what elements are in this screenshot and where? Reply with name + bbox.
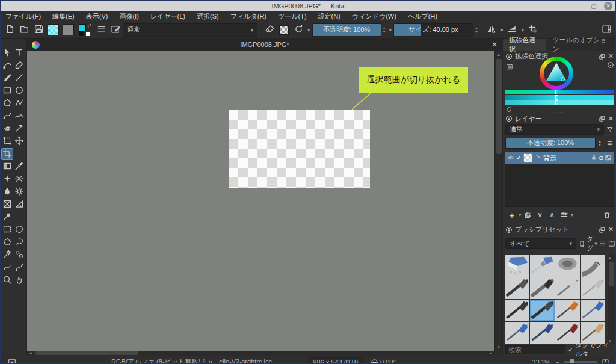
- close-docker-icon[interactable]: ✕: [608, 226, 614, 233]
- close-docker-icon[interactable]: ✕: [608, 52, 614, 60]
- tool-dynamic-brush[interactable]: [1, 123, 13, 135]
- layer-opacity-slider[interactable]: 不透明度: 100%: [505, 138, 596, 149]
- menu-item-0[interactable]: ファイル(F): [5, 12, 41, 21]
- tool-pan[interactable]: [13, 274, 25, 286]
- menu-item-10[interactable]: ヘルプ(H): [408, 12, 437, 21]
- zoom-slider-handle[interactable]: [570, 359, 574, 364]
- document-close-icon[interactable]: ✕: [491, 40, 497, 49]
- tool-select-shapes[interactable]: [1, 47, 13, 59]
- chevron-down-icon[interactable]: ▾: [571, 212, 574, 218]
- menu-item-2[interactable]: 表示(V): [86, 12, 108, 21]
- layer-filter-icon[interactable]: [606, 126, 614, 133]
- move-layer-down-button[interactable]: ∨: [535, 209, 546, 220]
- chevron-down-icon[interactable]: ▾: [389, 27, 392, 33]
- brush-preset-thumbnail-4[interactable]: [505, 277, 529, 299]
- tool-rect-select[interactable]: [1, 224, 13, 236]
- brush-preset-thumbnail-2[interactable]: [555, 255, 580, 277]
- chevron-down-icon[interactable]: ▾: [500, 27, 504, 33]
- brush-scroll-thumb[interactable]: [609, 262, 614, 286]
- menu-item-7[interactable]: ツール(T): [278, 12, 307, 21]
- horizontal-scrollbar[interactable]: ◂ ▸: [27, 351, 494, 356]
- foreground-background-colors[interactable]: ⇄: [78, 23, 91, 37]
- tool-crop[interactable]: [1, 148, 13, 160]
- canvas-rotation[interactable]: 0.00°: [371, 359, 396, 364]
- gradient-chooser-swatch[interactable]: [48, 24, 59, 35]
- workspace-chooser-button[interactable]: [599, 23, 614, 37]
- tool-polygon[interactable]: [1, 97, 13, 110]
- brush-preset-thumbnail-10[interactable]: [555, 300, 580, 321]
- chevron-down-icon[interactable]: ▾: [307, 27, 310, 33]
- maximize-button[interactable]: ▢: [590, 2, 598, 10]
- brush-preset-thumbnail-3[interactable]: [581, 255, 605, 277]
- docker-tab-0[interactable]: 拡張色選択: [503, 39, 546, 51]
- pattern-chooser-swatch[interactable]: [63, 24, 74, 35]
- menu-item-1[interactable]: 編集(E): [52, 12, 75, 21]
- docker-lock-icon[interactable]: [505, 226, 513, 233]
- tool-colorize-mask[interactable]: [13, 173, 25, 185]
- tool-move[interactable]: [13, 135, 25, 147]
- canvas[interactable]: 選択範囲が切り抜かれる: [27, 51, 494, 351]
- color-gradient-bar-2[interactable]: [505, 95, 614, 100]
- tool-rectangle[interactable]: [1, 85, 13, 97]
- document-tab[interactable]: IMGP0008.JPG* ✕: [27, 39, 502, 51]
- tool-freehand-select[interactable]: [13, 236, 25, 248]
- float-docker-icon[interactable]: [599, 226, 606, 233]
- reload-preset-button[interactable]: [291, 23, 306, 37]
- brush-search-input[interactable]: 検索: [505, 345, 565, 354]
- brush-menu-icon[interactable]: [599, 240, 606, 247]
- layer-row-background[interactable]: ✓ 背景 α: [505, 152, 614, 164]
- tool-zoom[interactable]: [1, 274, 13, 286]
- tool-reference-images[interactable]: [1, 211, 13, 223]
- preserve-alpha-button[interactable]: [277, 23, 291, 37]
- refresh-colors-icon[interactable]: [505, 106, 513, 113]
- layer-lock-icon[interactable]: [590, 154, 597, 161]
- tool-magnetic-select[interactable]: [13, 262, 25, 274]
- eraser-mode-button[interactable]: [262, 23, 277, 37]
- tool-text[interactable]: [13, 47, 25, 59]
- layer-blending-mode-dropdown[interactable]: 通常 ▾: [505, 124, 604, 135]
- edit-brush-settings-button[interactable]: [108, 23, 123, 37]
- color-selector-settings-icon[interactable]: [506, 63, 513, 70]
- brush-grid-scrollbar[interactable]: ▴ ▾: [608, 255, 615, 344]
- opacity-spinner[interactable]: ▴▾: [381, 23, 387, 37]
- close-button[interactable]: ✕: [604, 2, 612, 10]
- tool-fill[interactable]: [1, 186, 13, 198]
- color-wheel[interactable]: [540, 57, 573, 90]
- close-docker-icon[interactable]: ✕: [608, 115, 614, 123]
- menu-item-8[interactable]: 設定(N): [318, 12, 340, 21]
- tool-bezier-select[interactable]: [1, 262, 13, 274]
- save-button[interactable]: [31, 23, 46, 37]
- duplicate-layer-button[interactable]: [523, 209, 534, 220]
- chevron-down-icon[interactable]: ▾: [519, 212, 522, 218]
- chevron-down-icon[interactable]: ▾: [522, 27, 525, 33]
- tool-gradient[interactable]: [1, 161, 13, 173]
- brush-preset-thumbnail-6[interactable]: [555, 277, 580, 299]
- alpha-lock-icon[interactable]: α: [599, 154, 603, 161]
- foreground-color-swatch[interactable]: [79, 24, 86, 31]
- horizontal-scroll-thumb[interactable]: [35, 351, 138, 355]
- scroll-down-icon[interactable]: ▾: [609, 339, 611, 344]
- mirror-horizontal-button[interactable]: [484, 23, 499, 37]
- tool-ellipse[interactable]: [13, 85, 25, 97]
- minimize-button[interactable]: –: [575, 2, 584, 10]
- add-layer-button[interactable]: +: [507, 209, 517, 220]
- tool-transform[interactable]: [1, 135, 13, 147]
- scroll-left-icon[interactable]: ◂: [27, 351, 34, 356]
- tool-contiguous-select[interactable]: [1, 249, 13, 261]
- swap-colors-icon[interactable]: ⇄: [87, 23, 91, 28]
- tool-smart-patch[interactable]: [1, 173, 13, 185]
- brush-preset-thumbnail-12[interactable]: [505, 322, 529, 344]
- zoom-out-icon[interactable]: −: [556, 359, 559, 364]
- brush-preset-thumbnail-5[interactable]: [530, 277, 555, 299]
- brush-composite-button[interactable]: [94, 23, 108, 37]
- tool-polyline[interactable]: [13, 97, 25, 110]
- menu-item-4[interactable]: レイヤー(L): [150, 12, 185, 21]
- blending-mode-dropdown[interactable]: 通常 ▾: [123, 23, 257, 37]
- tool-freehand-brush[interactable]: [1, 72, 13, 84]
- brush-preset-thumbnail-11[interactable]: [581, 300, 605, 321]
- new-document-button[interactable]: [2, 23, 17, 37]
- tool-edit-shapes[interactable]: [1, 60, 13, 72]
- trim-to-image-button[interactable]: [526, 23, 540, 37]
- menu-item-9[interactable]: ウィンドウ(W): [352, 12, 396, 21]
- brush-filter-dropdown[interactable]: すべて ▾: [505, 238, 576, 249]
